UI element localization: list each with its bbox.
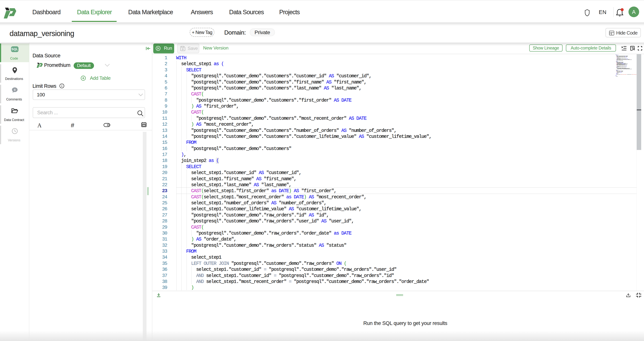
svg-text:0: 0 bbox=[14, 88, 16, 91]
